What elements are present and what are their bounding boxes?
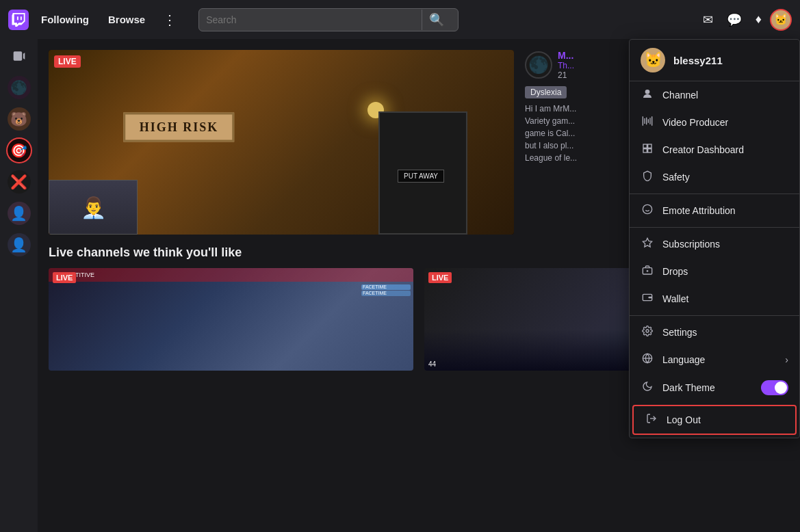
settings-label: Settings	[662, 327, 697, 338]
pip-preview: 👨‍💼	[49, 180, 138, 235]
creator-dashboard-icon	[641, 143, 654, 157]
dropdown-emote-attribution[interactable]: Emote Attribution	[630, 197, 799, 224]
dropdown-wallet[interactable]: Wallet	[630, 285, 799, 312]
search-input[interactable]	[206, 14, 422, 25]
svg-rect-0	[13, 51, 22, 60]
chat-button[interactable]: 💬	[721, 7, 747, 33]
emote-icon	[641, 204, 654, 217]
twitch-logo[interactable]	[8, 10, 29, 30]
wallet-label: Wallet	[662, 293, 688, 304]
dropdown-username: blessy211	[673, 55, 723, 66]
video-producer-icon	[641, 116, 654, 129]
svg-marker-1	[23, 53, 25, 59]
search-button[interactable]: 🔍	[422, 10, 451, 30]
subscriptions-icon	[641, 237, 654, 251]
dark-theme-icon	[641, 381, 654, 395]
svg-marker-16	[643, 238, 651, 247]
sidebar-avatar-6[interactable]: 👤	[8, 233, 31, 256]
video-producer-label: Video Producer	[662, 117, 728, 128]
dropdown-drops[interactable]: Drops	[630, 258, 799, 285]
sidebar-avatar-1[interactable]: 🌑	[8, 76, 31, 99]
channel-label: Channel	[662, 90, 698, 101]
mail-button[interactable]: ✉	[697, 7, 719, 33]
svg-rect-12	[648, 149, 651, 152]
following-link[interactable]: Following	[34, 10, 96, 29]
sidebar-video-icon[interactable]	[8, 44, 31, 68]
emote-attribution-label: Emote Attribution	[662, 205, 736, 216]
dyslexia-badge: Dyslexia	[525, 86, 567, 98]
live-badge: LIVE	[54, 55, 81, 68]
svg-point-13	[643, 204, 651, 213]
dropdown-channel[interactable]: Channel	[630, 81, 799, 109]
thumb-bg-1: COMPETITIVE FACETIME FACETIME	[49, 268, 413, 371]
creator-dashboard-label: Creator Dashboard	[662, 144, 744, 155]
svg-rect-10	[648, 144, 651, 148]
toggle-knob	[775, 382, 787, 394]
settings-icon	[641, 325, 654, 339]
user-avatar-button[interactable]: 🐱	[770, 9, 792, 31]
dropdown-menu: 🐱 blessy211 Channel Video Producer Creat…	[629, 39, 800, 438]
svg-rect-11	[643, 149, 647, 152]
drops-label: Drops	[662, 266, 688, 277]
thumb-live-1: LIVE	[53, 272, 76, 283]
logout-label: Log Out	[667, 414, 701, 425]
sidebar-avatar-4[interactable]: ❌	[8, 170, 31, 194]
safety-icon	[641, 170, 654, 184]
pip-inner: 👨‍💼	[49, 181, 137, 234]
subscriptions-label: Subscriptions	[662, 239, 720, 250]
top-nav: Following Browse ⋮ 🔍 ✉ 💬 ♦ 🐱	[0, 0, 800, 39]
more-options-button[interactable]: ⋮	[157, 8, 182, 32]
divider-1	[630, 194, 799, 194]
dropdown-language[interactable]: Language ›	[630, 346, 799, 373]
dropdown-user-header: 🐱 blessy211	[630, 40, 799, 81]
thumb-card-1[interactable]: COMPETITIVE FACETIME FACETIME LIVE	[49, 268, 413, 371]
dropdown-creator-dashboard[interactable]: Creator Dashboard	[630, 136, 799, 163]
dropdown-subscriptions[interactable]: Subscriptions	[630, 230, 799, 258]
stream-video: LIVE HIGH RISK PUT AWAY 👨‍💼	[49, 50, 514, 235]
divider-2	[630, 227, 799, 228]
drops-icon	[641, 265, 654, 278]
channel-avatar[interactable]: 🌑	[525, 51, 552, 79]
divider-3	[630, 315, 799, 316]
language-label: Language	[662, 354, 705, 365]
dropdown-video-producer[interactable]: Video Producer	[630, 109, 799, 136]
channel-icon	[641, 88, 654, 102]
svg-point-21	[646, 330, 649, 332]
safety-label: Safety	[662, 172, 690, 183]
language-icon	[641, 353, 654, 367]
nav-right: ✉ 💬 ♦ 🐱	[697, 7, 792, 33]
sidebar-avatar-2[interactable]: 🐻	[8, 107, 31, 131]
language-arrow: ›	[785, 354, 788, 365]
thumb-live-2: LIVE	[428, 272, 452, 283]
dropdown-dark-theme[interactable]: Dark Theme	[630, 373, 799, 402]
wallet-icon	[641, 292, 654, 306]
dropdown-avatar: 🐱	[641, 48, 665, 72]
svg-point-2	[645, 90, 650, 94]
stream-put-away: PUT AWAY	[398, 170, 444, 183]
dropdown-settings[interactable]: Settings	[630, 319, 799, 346]
dark-theme-label: Dark Theme	[662, 382, 715, 393]
crown-button[interactable]: ♦	[750, 7, 767, 32]
stream-overlay-sign: HIGH RISK	[124, 113, 235, 142]
stream-player: ‹ LIVE HIGH RISK PUT AWAY 👨‍💼	[49, 50, 514, 235]
svg-rect-9	[643, 144, 647, 148]
sidebar-avatar-3[interactable]: 🎯	[8, 139, 31, 162]
left-sidebar: 🌑 🐻 🎯 ❌ 👤 👤	[0, 39, 38, 532]
dropdown-logout[interactable]: Log Out	[632, 405, 797, 435]
dropdown-safety[interactable]: Safety	[630, 163, 799, 191]
browse-link[interactable]: Browse	[101, 10, 152, 29]
sidebar-avatar-5[interactable]: 👤	[8, 202, 31, 225]
dark-theme-toggle-switch[interactable]	[761, 380, 788, 395]
logout-icon	[645, 413, 658, 427]
search-bar: 🔍	[198, 8, 459, 31]
thumb-image-1: COMPETITIVE FACETIME FACETIME LIVE	[49, 268, 413, 371]
